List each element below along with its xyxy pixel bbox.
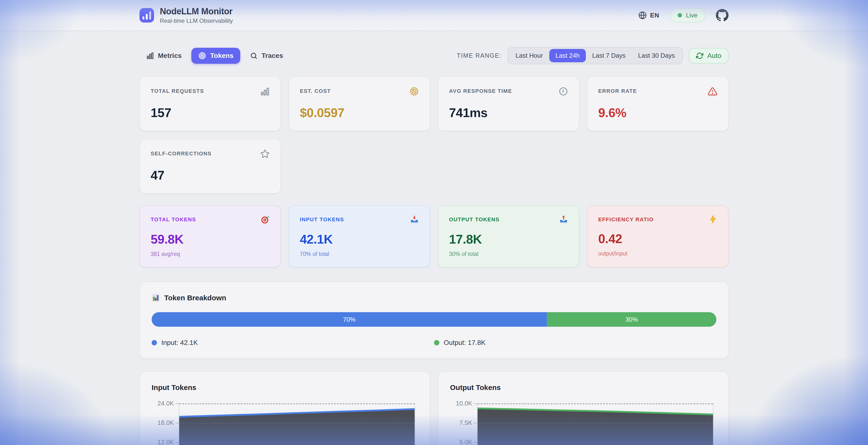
stat-value: $0.0597 [300,106,419,120]
stat-subtitle: 70% of total [300,251,419,258]
breakdown-legend: Input: 42.1K Output: 17.8K [152,339,716,347]
input-tokens-plot-area [179,403,415,445]
inbox-tray-icon [410,215,419,224]
stat-card-total-requests: TOTAL REQUESTS 157 [140,76,281,131]
y-tick: 5.0K [459,439,477,445]
legend-dot-output [434,340,439,346]
stat-label: TOTAL REQUESTS [151,87,204,94]
coin-icon [409,87,419,96]
stat-card-est-cost: EST. COST $0.0597 [289,76,430,131]
chart-title: Output Tokens [450,383,713,392]
legend-label: Input: 42.1K [161,339,198,347]
token-card-total-tokens: TOTAL TOKENS 59.8K 381 avg/req [140,205,281,268]
stat-label: ERROR RATE [598,87,637,94]
y-tick: 24.0K [157,400,179,407]
stat-value: 17.8K [449,232,568,246]
legend-label: Output: 17.8K [444,339,486,347]
live-status-badge: Live [670,8,705,23]
y-tick: 12.0K [157,439,179,445]
y-tick: 18.0K [157,419,179,426]
legend-item-input: Input: 42.1K [152,339,434,347]
stat-label: AVG RESPONSE TIME [449,87,512,94]
stat-subtitle: 30% of total [449,251,568,258]
chart-title: Input Tokens [152,383,415,392]
stat-label: SELF-CORRECTIONS [151,149,212,157]
page-title: NodeLLM Monitor [160,6,233,17]
stat-value: 47 [151,168,270,182]
stat-label: TOTAL TOKENS [151,215,196,223]
page-subtitle: Real-time LLM Observability [160,18,233,24]
time-range-selector: Last Hour Last 24h Last 7 Days Last 30 D… [507,47,683,64]
live-dot [678,13,682,18]
tab-label: Traces [261,52,283,60]
bar-chart-colored-icon [152,294,160,302]
stat-value: 42.1K [300,232,419,246]
globe-icon [639,11,647,20]
y-axis: 10.0K 7.5K 5.0K [450,403,477,445]
time-range-last-24h[interactable]: Last 24h [549,49,586,62]
auto-refresh-button[interactable]: Auto [689,48,728,63]
outbox-tray-icon [559,215,568,224]
lightning-icon [709,215,717,224]
legend-dot-input [152,340,157,346]
token-breakdown-bar: 70% 30% [152,312,716,327]
stat-card-self-corrections: SELF-CORRECTIONS 47 [140,139,281,194]
time-range-label: TIME RANGE: [457,52,502,59]
github-icon [716,9,728,22]
stat-label: INPUT TOKENS [300,215,344,223]
stat-value: 741ms [449,106,568,120]
time-range-last-7-days[interactable]: Last 7 Days [586,49,631,62]
refresh-icon [696,52,703,59]
github-link[interactable] [716,9,728,22]
tab-label: Metrics [158,52,182,60]
stat-value: 0.42 [598,232,717,246]
stat-label: OUTPUT TOKENS [449,215,500,223]
legend-item-output: Output: 17.8K [434,339,716,347]
y-axis: 24.0K 18.0K 12.0K [152,403,179,445]
stat-subtitle: 381 avg/req [151,251,270,258]
breakdown-title: Token Breakdown [164,294,226,302]
token-card-efficiency-ratio: EFFICIENCY RATIO 0.42 output/input [587,205,728,268]
tab-metrics[interactable]: Metrics [140,48,188,63]
stats-grid: TOTAL REQUESTS 157 EST. COST [140,76,728,194]
bar-chart-icon [146,52,154,60]
clock-icon [558,87,568,96]
y-tick: 10.0K [456,400,477,407]
breakdown-segment-input-label: 70% [343,316,355,323]
stat-label: EFFICIENCY RATIO [598,215,654,223]
stat-subtitle: output/input [598,250,717,257]
charts-grid: Input Tokens 24.0K 18.0K 12.0K Output To… [140,371,728,445]
stat-value: 59.8K [151,232,270,246]
output-tokens-chart-card: Output Tokens 10.0K 7.5K 5.0K [438,371,728,445]
input-tokens-chart-card: Input Tokens 24.0K 18.0K 12.0K [140,371,430,445]
token-card-output-tokens: OUTPUT TOKENS 17.8K 30% of total [438,205,579,268]
app-header: NodeLLM Monitor Real-time LLM Observabil… [0,0,868,31]
view-tabs: Metrics Tokens Traces [140,48,290,64]
stat-card-avg-response-time: AVG RESPONSE TIME 741ms [438,76,579,131]
time-range-last-30-days[interactable]: Last 30 Days [632,49,681,62]
live-label: Live [686,12,698,19]
star-icon [260,149,270,159]
bar-chart-icon [260,87,270,96]
input-tokens-area-chart [179,403,414,445]
alert-triangle-icon [708,87,717,96]
stat-value: 9.6% [598,106,717,120]
tab-traces[interactable]: Traces [243,48,290,63]
breakdown-segment-input: 70% [152,312,547,327]
tab-label: Tokens [210,52,234,60]
stat-value: 157 [151,106,270,120]
search-icon [250,52,258,60]
auto-label: Auto [707,52,721,60]
breakdown-segment-output: 30% [547,312,716,327]
time-range-last-hour[interactable]: Last Hour [509,49,549,62]
token-breakdown-card: Token Breakdown 70% 30% Input: 42.1K Out… [140,281,728,359]
tab-tokens[interactable]: Tokens [191,48,240,64]
language-label: EN [650,12,659,19]
breakdown-segment-output-label: 30% [625,316,638,323]
stat-card-error-rate: ERROR RATE 9.6% [587,76,728,131]
stat-label: EST. COST [300,87,331,94]
language-switcher[interactable]: EN [639,11,659,20]
y-tick: 7.5K [459,419,477,426]
toolbar: Metrics Tokens Traces TIME [140,47,728,64]
target-rings-icon [198,52,206,60]
